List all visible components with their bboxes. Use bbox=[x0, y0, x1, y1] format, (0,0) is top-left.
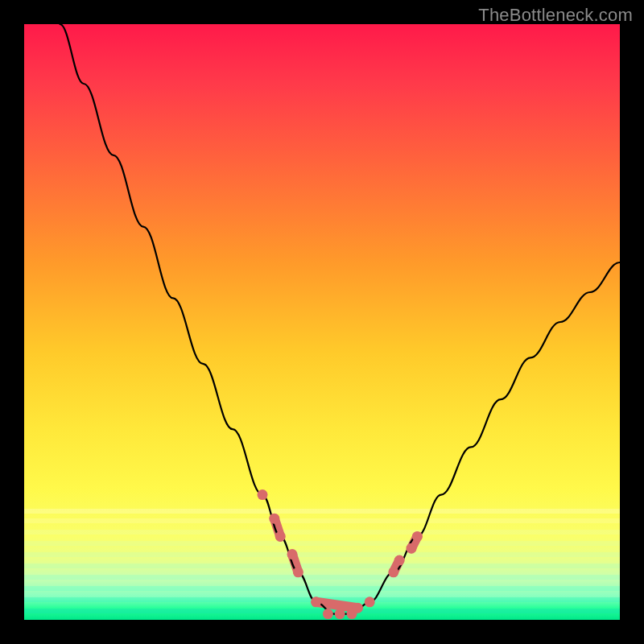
marker-dot bbox=[323, 609, 333, 619]
marker-dot bbox=[258, 489, 268, 500]
marker-dot bbox=[394, 555, 405, 566]
marker-dot bbox=[293, 567, 303, 577]
marker-dot bbox=[353, 603, 363, 613]
marker-dot bbox=[388, 567, 398, 577]
marker-dot bbox=[407, 543, 417, 554]
bottleneck-curve bbox=[60, 24, 620, 614]
marker-dot bbox=[412, 531, 423, 542]
chart-frame: TheBottleneck.com bbox=[0, 0, 644, 644]
marker-dot bbox=[275, 531, 286, 542]
plot-area bbox=[24, 24, 620, 620]
marker-dot bbox=[335, 609, 345, 619]
marker-dot bbox=[287, 549, 298, 559]
marker-dot bbox=[269, 514, 279, 524]
watermark-text: TheBottleneck.com bbox=[478, 5, 633, 26]
curve-svg bbox=[24, 24, 620, 620]
marker-dot bbox=[311, 597, 321, 607]
marker-dots bbox=[258, 489, 423, 619]
marker-dot bbox=[365, 597, 375, 607]
